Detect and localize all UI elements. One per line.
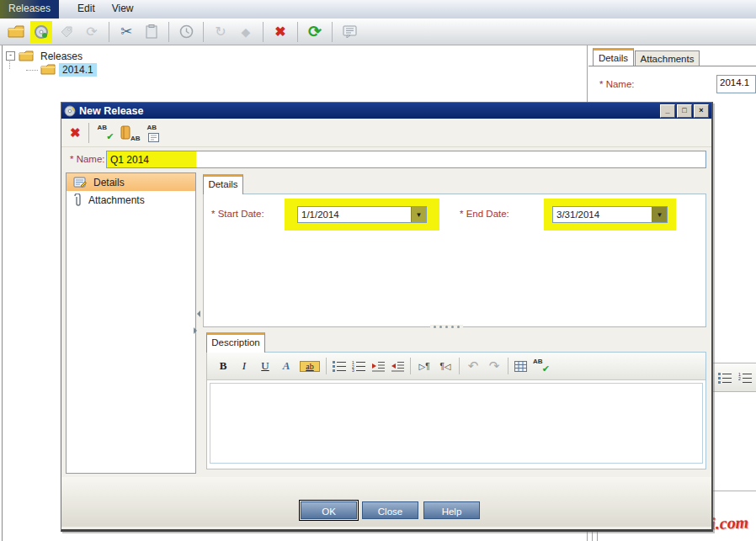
check-icon: ✔	[542, 363, 550, 374]
italic-button[interactable]: I	[237, 359, 252, 373]
tree-expander-icon[interactable]: -	[6, 51, 15, 61]
ltr-paragraph-button[interactable]: ▷¶	[417, 362, 432, 371]
redo-button[interactable]: ↷	[487, 358, 502, 374]
close-dialog-button[interactable]: Close	[362, 501, 418, 519]
clear-icon[interactable]: ✖	[70, 125, 81, 141]
svg-text:2: 2	[738, 376, 741, 381]
close-button[interactable]: ×	[694, 104, 709, 118]
bg-divider	[712, 491, 756, 491]
font-color-button[interactable]: A	[279, 359, 294, 373]
collapse-left-icon	[194, 310, 200, 317]
underline-button[interactable]: U	[258, 359, 273, 373]
highlight-button[interactable]: ab	[300, 361, 320, 372]
sidebar-item-label: Attachments	[88, 194, 145, 206]
clipboard-icon	[146, 24, 157, 39]
new-release-button[interactable]	[30, 21, 52, 43]
dropdown-button[interactable]: ▼	[411, 207, 426, 222]
ab-text: AB	[130, 135, 141, 142]
end-date-combo[interactable]: 3/31/2014 ▼	[552, 206, 668, 223]
refresh-button[interactable]: ⟳	[304, 21, 326, 43]
insert-table-button[interactable]	[514, 361, 527, 372]
cut-icon: ✂	[120, 23, 132, 40]
cut-button[interactable]: ✂	[115, 21, 137, 43]
spell-check-icon[interactable]: AB ✔	[97, 124, 115, 142]
ok-button[interactable]: OK	[301, 501, 357, 519]
bullet-list-icon[interactable]	[718, 372, 732, 384]
sidebar-item-details[interactable]: Details	[67, 173, 195, 191]
start-date-combo[interactable]: 1/1/2014 ▼	[297, 206, 427, 223]
numbered-list-icon[interactable]: 12	[738, 372, 752, 384]
chevron-down-icon: ▼	[416, 211, 423, 219]
menu-releases[interactable]: Releases	[0, 0, 59, 19]
sidebar-item-label: Details	[93, 177, 125, 188]
bg-tab-attachments[interactable]: Attachments	[635, 50, 700, 66]
dialog-toolbar: ✖ AB ✔ AB AB	[61, 119, 711, 147]
dialog-name-input[interactable]: Q1 2014	[106, 151, 706, 168]
replace-button[interactable]: ↻	[210, 21, 232, 43]
ab-text: AB	[98, 124, 108, 131]
folder-icon	[40, 64, 56, 75]
dialog-title: New Release	[79, 105, 143, 117]
svg-text:3: 3	[352, 368, 354, 372]
spelling-options-icon[interactable]: AB	[146, 124, 164, 142]
tree-connector	[26, 69, 38, 71]
start-date-label: * Start Date:	[211, 209, 264, 219]
description-textarea[interactable]	[210, 383, 703, 464]
dialog-tab-description[interactable]: Description	[206, 332, 265, 353]
ab-text: AB	[147, 124, 157, 131]
sidebar-collapse-handle[interactable]	[194, 310, 201, 334]
convert-button[interactable]: ⟳	[81, 21, 103, 43]
tree-label-releases[interactable]: Releases	[37, 50, 86, 63]
outdent-button[interactable]	[391, 361, 404, 372]
end-date-value: 3/31/2014	[553, 210, 652, 220]
favorites-button[interactable]: ◆	[235, 21, 257, 43]
dropdown-button[interactable]: ▼	[652, 207, 667, 222]
paste-button[interactable]	[141, 21, 162, 43]
maximize-button[interactable]: □	[677, 104, 692, 118]
toolbar-separator	[459, 358, 460, 374]
dialog-tab-details[interactable]: Details	[203, 174, 243, 194]
dialog-name-label: * Name:	[70, 154, 105, 164]
new-tag-button[interactable]	[56, 21, 77, 43]
tab-strip-line	[588, 66, 756, 66]
menu-edit[interactable]: Edit	[69, 0, 104, 19]
toolbar-separator	[332, 22, 333, 42]
minimize-button[interactable]: _	[660, 104, 675, 118]
tree-label-2014-1[interactable]: 2014.1	[59, 63, 97, 77]
help-button[interactable]: Help	[423, 501, 480, 519]
tree-row-releases[interactable]: - Releases	[6, 49, 86, 63]
bg-tab-details[interactable]: Details	[593, 48, 634, 66]
main-toolbar: ⟳ ✂ ↻ ◆ ✖ ⟳	[0, 19, 756, 45]
delete-icon: ✖	[274, 24, 285, 40]
indent-button[interactable]	[371, 361, 385, 372]
numbered-list-button[interactable]: 123	[352, 360, 365, 372]
dialog-titlebar[interactable]: New Release _ □ ×	[61, 103, 711, 119]
expand-right-icon	[194, 327, 200, 334]
tree-row-2014-1[interactable]: 2014.1	[26, 62, 97, 77]
delete-button[interactable]: ✖	[269, 21, 291, 43]
sidebar-item-attachments[interactable]: Attachments	[67, 191, 195, 209]
splitter-grip[interactable]	[430, 325, 463, 329]
bullet-list-button[interactable]	[333, 360, 346, 372]
replace-icon: ↻	[215, 24, 226, 40]
diamond-icon: ◆	[242, 25, 251, 39]
check-icon: ✔	[106, 131, 114, 142]
undo-button[interactable]: ↶	[466, 358, 481, 374]
start-date-value: 1/1/2014	[298, 210, 411, 220]
tab-label: Description	[211, 337, 260, 347]
bg-name-input[interactable]: 2014.1	[716, 75, 756, 93]
bold-button[interactable]: B	[216, 359, 231, 373]
spell-check-button[interactable]: AB ✔	[533, 358, 550, 374]
history-button[interactable]	[175, 21, 197, 43]
memo-icon	[343, 25, 357, 38]
name-value-highlight: Q1 2014	[107, 151, 196, 167]
new-release-dialog: New Release _ □ × ✖ AB ✔ AB AB * Name: Q…	[61, 102, 713, 532]
menu-view[interactable]: View	[104, 0, 142, 19]
new-release-folder-button[interactable]	[5, 21, 27, 43]
release-cd-icon	[64, 105, 76, 117]
send-comment-button[interactable]	[338, 21, 360, 43]
thesaurus-icon[interactable]: AB	[120, 124, 141, 142]
folder-icon	[19, 50, 34, 61]
rtl-paragraph-button[interactable]: ¶◁	[438, 362, 453, 371]
clock-icon	[179, 24, 194, 39]
